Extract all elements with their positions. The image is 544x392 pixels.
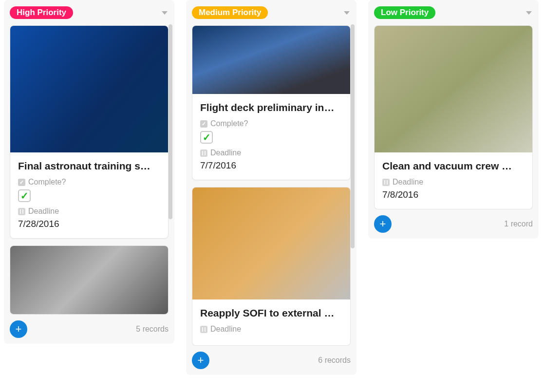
priority-badge: High Priority [10,6,73,19]
deadline-field-label: Deadline [18,207,160,216]
add-card-button[interactable]: + [374,215,392,233]
card-image [375,26,532,152]
deadline-value: 7/8/2016 [382,189,525,200]
card-body: Reapply SOFI to external …Deadline [192,299,350,345]
record-count: 1 record [504,220,533,228]
calendar-field-icon [18,208,25,215]
complete-field-label: Complete? [200,119,342,128]
column-footer: +1 record [374,215,533,233]
record-count: 6 records [318,356,351,365]
complete-label-text: Complete? [28,178,66,187]
scrollbar[interactable] [351,24,355,248]
cards-container: Final astronaut training s…Complete?Dead… [10,25,169,315]
card[interactable]: Clean and vacuum crew …Deadline7/8/2016 [374,25,533,209]
deadline-value: 7/7/2016 [200,160,342,171]
card-title: Final astronaut training s… [18,160,160,172]
card[interactable]: Flight deck preliminary in…Complete?Dead… [192,25,351,180]
column-menu-caret[interactable] [162,11,168,15]
cards-container: Flight deck preliminary in…Complete?Dead… [192,25,351,346]
deadline-field-label: Deadline [382,178,525,187]
card-title: Reapply SOFI to external … [200,307,342,319]
calendar-field-icon [382,179,390,186]
deadline-label-text: Deadline [28,207,59,216]
card-title: Flight deck preliminary in… [200,102,342,113]
column-header: High Priority [10,5,169,20]
record-count: 5 records [136,325,169,334]
column-menu-caret[interactable] [344,11,350,15]
column-medium: Medium PriorityFlight deck preliminary i… [186,0,356,375]
column-header: Medium Priority [192,5,351,20]
deadline-field-label: Deadline [200,325,342,334]
column-header: Low Priority [374,5,533,20]
card-body: Final astronaut training s…Complete?Dead… [10,152,168,238]
column-low: Low PriorityClean and vacuum crew …Deadl… [368,0,539,239]
scrollbar[interactable] [169,24,172,219]
calendar-field-icon [200,149,207,157]
deadline-value: 7/28/2016 [18,219,160,229]
deadline-label-text: Deadline [393,178,423,187]
column-high: High PriorityFinal astronaut training s…… [4,0,174,344]
priority-badge: Low Priority [374,6,435,19]
complete-field-label: Complete? [18,178,160,187]
card-body: Flight deck preliminary in…Complete?Dead… [192,94,350,180]
add-card-button[interactable]: + [10,320,27,338]
card-image [10,246,168,314]
card-body: Clean and vacuum crew …Deadline7/8/2016 [375,152,532,209]
complete-checkbox[interactable] [18,189,31,202]
column-footer: +6 records [192,352,351,369]
add-card-button[interactable]: + [192,352,209,369]
cards-container: Clean and vacuum crew …Deadline7/8/2016 [374,25,533,209]
deadline-field-label: Deadline [200,149,342,157]
deadline-label-text: Deadline [210,149,241,157]
card-image [10,26,168,152]
deadline-label-text: Deadline [210,325,241,334]
card-title: Clean and vacuum crew … [382,160,525,172]
column-footer: +5 records [10,320,169,338]
checkbox-field-icon [18,179,25,186]
calendar-field-icon [200,326,207,333]
priority-badge: Medium Priority [192,6,268,19]
card-image [192,187,350,299]
column-menu-caret[interactable] [526,11,532,15]
checkbox-field-icon [200,120,207,128]
complete-label-text: Complete? [210,119,248,128]
card[interactable]: Final astronaut training s…Complete?Dead… [10,25,169,239]
card-image [192,26,350,94]
complete-checkbox[interactable] [200,131,213,144]
card[interactable]: Reapply SOFI to external …Deadline [192,187,351,346]
card[interactable] [10,245,169,315]
